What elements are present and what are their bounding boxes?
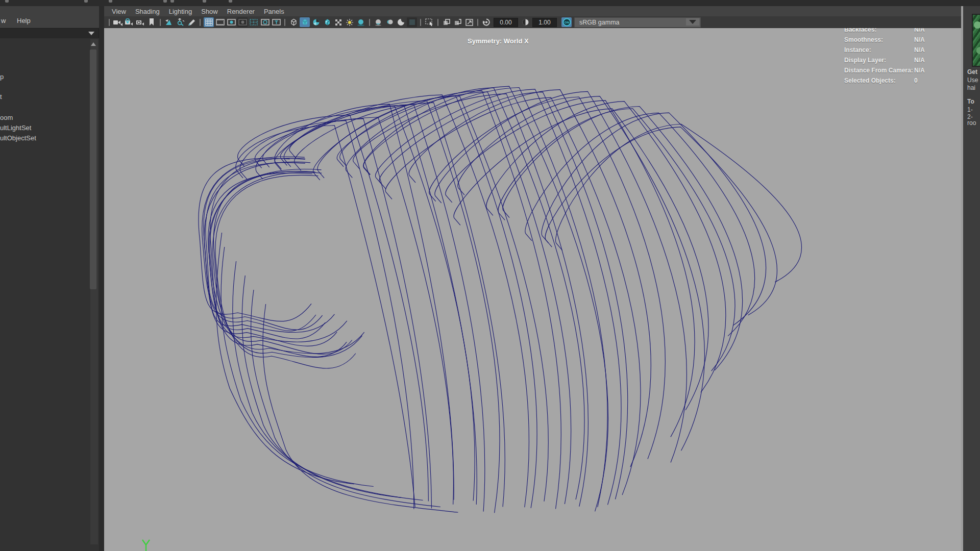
camera-attributes-icon[interactable] — [135, 17, 145, 27]
hud-row: Smoothness:N/A — [844, 36, 931, 43]
outliner-scrollbar[interactable] — [90, 39, 98, 544]
menu-lighting[interactable]: Lighting — [169, 8, 192, 15]
help-text-fragment: 1- — [967, 106, 973, 113]
top-shelf-cutoff — [0, 0, 980, 6]
xray-joints-icon[interactable] — [453, 17, 463, 27]
outliner-list[interactable]: p t oom ultLightSet ultObjectSet — [0, 38, 99, 551]
grease-pencil-icon[interactable] — [186, 17, 197, 27]
viewport-canvas[interactable]: Symmetry: World X Backfaces:N/A Smoothne… — [104, 28, 961, 551]
image-plane-icon[interactable] — [164, 17, 174, 27]
hud-row: Backfaces:N/A — [844, 28, 931, 33]
field-chart-icon[interactable] — [249, 17, 259, 27]
lights-icon[interactable] — [345, 17, 355, 27]
lock-camera-icon[interactable] — [124, 17, 134, 27]
safe-title-icon[interactable] — [271, 17, 281, 27]
shelf-icon-fragment — [163, 0, 167, 3]
hair-curves — [104, 28, 961, 551]
shelf-icon-fragment — [203, 0, 206, 3]
viewport-panel: View Shading Lighting Show Renderer Pane… — [104, 6, 961, 551]
outliner-menu-fragment[interactable]: w — [1, 17, 6, 24]
hud-row: Distance From Camera:N/A — [844, 67, 931, 74]
view-transform-on-toggle[interactable]: ON — [561, 17, 572, 27]
select-camera-icon[interactable] — [113, 17, 123, 27]
exposure-field[interactable]: 0.00 — [494, 18, 518, 27]
exposure-icon[interactable] — [481, 17, 492, 27]
toolbar-separator — [200, 19, 201, 26]
menu-shading[interactable]: Shading — [135, 8, 160, 15]
menu-panels[interactable]: Panels — [264, 8, 284, 15]
viewport-toolbar: 0.00 1.00 ON sRGB gamma — [104, 17, 961, 28]
view-transform-dropdown[interactable]: sRGB gamma — [574, 17, 701, 28]
help-panel-cutoff: Get Use hai To 1- 2- roo — [963, 6, 980, 551]
menu-view[interactable]: View — [112, 8, 126, 15]
help-text-fragment: Get — [967, 68, 977, 76]
toolbar-separator — [160, 19, 161, 26]
shelf-icon-fragment — [170, 0, 174, 3]
bookmarks-icon[interactable] — [146, 17, 157, 27]
toolbar-separator — [437, 19, 438, 26]
outliner-panel: w Help p t oom ultLightSet ultObjectSet — [0, 6, 99, 551]
toolbar-separator — [369, 19, 370, 26]
safe-action-icon[interactable] — [260, 17, 270, 27]
film-gate-icon[interactable] — [215, 17, 225, 27]
toolbar-separator — [420, 19, 421, 26]
hud-row: Display Layer:N/A — [844, 57, 931, 64]
viewport-menubar: View Shading Lighting Show Renderer Pane… — [104, 6, 961, 17]
toolbar-separator — [477, 19, 478, 26]
multisampling-icon[interactable] — [407, 17, 417, 27]
grid-icon[interactable] — [204, 17, 214, 27]
outliner-menu-help[interactable]: Help — [17, 17, 31, 24]
chevron-down-icon — [686, 18, 699, 26]
shelf-icon-fragment — [5, 0, 9, 3]
outliner-item[interactable]: ultObjectSet — [0, 134, 36, 142]
outliner-item[interactable]: ultLightSet — [0, 124, 31, 132]
tutorial-thumbnail-image — [972, 14, 980, 67]
outliner-item[interactable]: t — [0, 93, 2, 101]
shadows-icon[interactable] — [356, 17, 366, 27]
shelf-icon-fragment — [84, 0, 88, 3]
scrollbar-thumb[interactable] — [90, 49, 96, 289]
resolution-gate-icon[interactable] — [226, 17, 236, 27]
wireframe-icon[interactable] — [288, 17, 299, 27]
help-text-fragment: To — [967, 98, 974, 105]
outliner-item[interactable]: p — [0, 73, 4, 81]
pan-zoom-icon[interactable] — [175, 17, 185, 27]
toolbar-separator — [284, 19, 285, 26]
gate-mask-icon[interactable] — [237, 17, 248, 27]
outliner-filter-dropdown[interactable] — [0, 28, 99, 39]
gamma-icon[interactable] — [520, 17, 530, 27]
textured-shaded-icon[interactable] — [322, 17, 332, 27]
shelf-icon-fragment — [109, 0, 112, 3]
help-text-fragment: Use — [967, 77, 978, 84]
hud-symmetry-text: Symmetry: World X — [468, 37, 529, 45]
hud-row: Instance:N/A — [844, 46, 931, 54]
anti-aliasing-icon[interactable] — [396, 17, 406, 27]
view-transform-value: sRGB gamma — [575, 19, 620, 26]
shaded-icon[interactable] — [300, 17, 310, 27]
outliner-item[interactable]: oom — [0, 114, 13, 121]
panel-divider — [99, 6, 104, 551]
textured-icon[interactable] — [311, 17, 321, 27]
help-text-fragment: hai — [967, 84, 975, 91]
hud-row: Selected Objects:0 — [844, 77, 931, 84]
toolbar-separator — [109, 19, 110, 26]
scroll-up-icon[interactable] — [90, 41, 96, 47]
motion-blur-icon[interactable] — [384, 17, 395, 27]
screen-space-ao-icon[interactable] — [373, 17, 383, 27]
menu-renderer[interactable]: Renderer — [227, 8, 255, 15]
outliner-menubar: w Help — [0, 6, 99, 28]
svg-text:ON: ON — [565, 21, 569, 24]
shelf-icon-fragment — [229, 0, 232, 3]
gamma-field[interactable]: 1.00 — [532, 18, 557, 27]
help-text-fragment: roo — [967, 119, 976, 127]
xray-icon[interactable] — [442, 17, 452, 27]
chevron-down-icon — [88, 32, 94, 35]
use-all-lights-icon[interactable] — [333, 17, 344, 27]
isolate-select-icon[interactable] — [424, 17, 434, 27]
maya-window: w Help p t oom ultLightSet ultObjectSet … — [0, 0, 980, 551]
menu-show[interactable]: Show — [201, 8, 218, 15]
exposure-expand-icon[interactable] — [464, 17, 474, 27]
